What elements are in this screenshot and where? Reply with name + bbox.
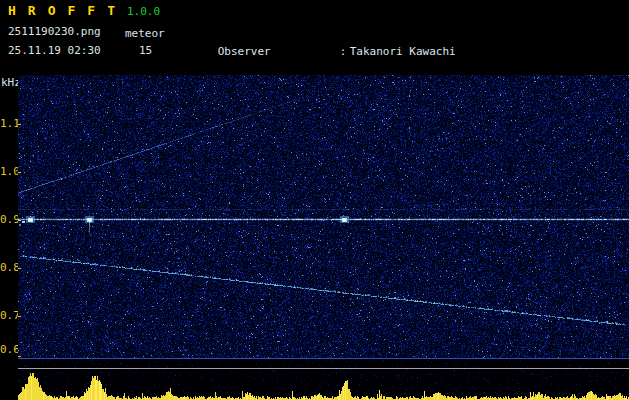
mode-label: meteor xyxy=(125,27,165,40)
timestamp: 25.11.19 02:30 xyxy=(8,44,101,57)
info-row-observer: Observer:Takanori Kawachi xyxy=(178,31,588,73)
freq-label: 0.8 xyxy=(0,261,16,274)
meteor-count: 15 xyxy=(139,44,152,57)
freq-label: 0.6 xyxy=(0,343,16,356)
output-filename: 2511190230.png xyxy=(8,25,101,38)
freq-label: 0.7 xyxy=(0,309,16,322)
colon: : xyxy=(340,45,350,59)
app-title: HROFFT xyxy=(8,3,127,18)
freq-label: 1.0 xyxy=(0,165,16,178)
app-version: 1.0.0 xyxy=(127,5,160,18)
freq-label: 1.1 xyxy=(0,117,16,130)
freq-label: 0.9 xyxy=(0,213,16,226)
info-value: Takanori Kawachi xyxy=(350,45,456,58)
spectrogram-canvas xyxy=(18,75,629,400)
info-label: Observer xyxy=(218,45,340,59)
hrofft-window: HROFFT 1.0.0 2511190230.png meteor 25.11… xyxy=(0,0,629,400)
